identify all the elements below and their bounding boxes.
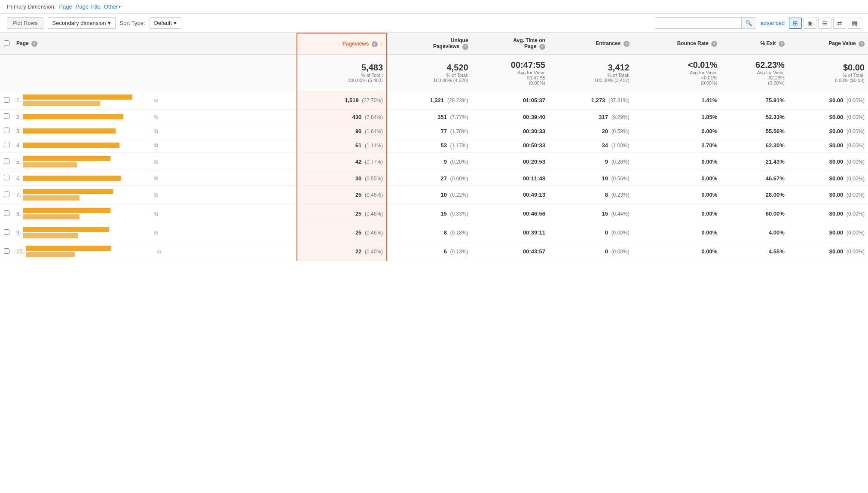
row-checkbox[interactable] <box>4 248 9 254</box>
row-checkbox-cell[interactable] <box>0 124 13 138</box>
view-list-button[interactable]: ☰ <box>818 18 831 29</box>
pageviews-column-header[interactable]: Pageviews ? ↓ <box>297 33 387 55</box>
bounce-rate-cell: 0.00% <box>633 204 721 223</box>
row-checkbox[interactable] <box>4 210 9 216</box>
row-checkbox[interactable] <box>4 97 9 103</box>
select-all-checkbox[interactable] <box>4 40 9 46</box>
sort-type-chevron-icon: ▾ <box>174 20 177 26</box>
view-bars-button[interactable]: ▦ <box>848 18 861 29</box>
entrances-pct: (37.31%) <box>608 97 630 103</box>
row-number: 8. <box>16 210 21 217</box>
pct-exit-value: 60.00% <box>766 210 785 217</box>
copy-icon[interactable]: ⧉ <box>154 142 158 148</box>
row-checkbox-cell[interactable] <box>0 138 13 152</box>
table-row: 7. ⧉ 25 (0.46%) 10 (0.22%) 00:49:13 8 (0… <box>0 186 868 204</box>
page-bar-top <box>23 156 110 161</box>
row-checkbox[interactable] <box>4 113 9 119</box>
pageviews-cell: 430 (7.84%) <box>297 110 387 124</box>
table-row: 9. ⧉ 25 (0.46%) 8 (0.18%) 00:39:11 0 (0.… <box>0 223 868 242</box>
row-number: 5. <box>16 158 21 165</box>
pageviews-help-icon[interactable]: ? <box>372 41 378 47</box>
row-checkbox-cell[interactable] <box>0 204 13 223</box>
row-checkbox-cell[interactable] <box>0 171 13 186</box>
page-value-value: $0.00 <box>829 142 844 149</box>
pct-exit-cell: 60.00% <box>721 204 788 223</box>
avg-time-cell: 00:30:33 <box>472 124 549 138</box>
row-checkbox-cell[interactable] <box>0 186 13 204</box>
unique-pageviews-cell: 351 (7.77%) <box>387 110 472 124</box>
row-checkbox-cell[interactable] <box>0 242 13 261</box>
unique-pageviews-pct: (0.20%) <box>450 159 468 165</box>
copy-icon[interactable]: ⧉ <box>154 230 158 236</box>
row-checkbox[interactable] <box>4 142 9 147</box>
table-row: 10. ⧉ 22 (0.40%) 6 (0.13%) 00:43:57 0 (0… <box>0 242 868 261</box>
bounce-rate-cell: 1.85% <box>633 110 721 124</box>
pageviews-cell: 25 (0.46%) <box>297 204 387 223</box>
sort-type-dropdown[interactable]: Default ▾ <box>150 17 181 29</box>
pct-exit-value: 4.00% <box>769 229 785 236</box>
unique-pageviews-pct: (29.23%) <box>447 97 468 103</box>
copy-icon[interactable]: ⧉ <box>154 97 158 103</box>
primary-dimension-bar: Primary Dimension: Page Page Title Other… <box>0 0 868 14</box>
row-checkbox-cell[interactable] <box>0 152 13 171</box>
entrances-value: 20 <box>602 128 608 134</box>
view-grid-button[interactable]: ⊞ <box>789 18 802 29</box>
search-input[interactable] <box>655 18 741 28</box>
dim-page-link[interactable]: Page <box>59 3 72 10</box>
dim-other-dropdown[interactable]: Other ▾ <box>104 3 121 10</box>
unique-pageviews-column-header: UniquePageviews ? <box>387 33 472 55</box>
pct-exit-help-icon[interactable]: ? <box>779 41 785 47</box>
row-checkbox[interactable] <box>4 192 9 197</box>
unique-pageviews-value: 9 <box>444 158 447 165</box>
unique-pageviews-pct: (0.60%) <box>450 176 468 182</box>
unique-pageviews-value: 6 <box>444 248 447 255</box>
row-checkbox-cell[interactable] <box>0 91 13 110</box>
page-value-pct: (0.00%) <box>847 249 865 255</box>
avg-time-cell: 00:46:56 <box>472 204 549 223</box>
page-value-cell: $0.00 (0.00%) <box>788 152 868 171</box>
page-bar-top <box>23 128 116 134</box>
plot-rows-button[interactable]: Plot Rows <box>7 17 43 29</box>
select-all-header[interactable] <box>0 33 13 55</box>
page-value-pct: (0.00%) <box>847 159 865 165</box>
copy-icon[interactable]: ⧉ <box>154 192 158 198</box>
page-value-cell: $0.00 (0.00%) <box>788 110 868 124</box>
copy-icon[interactable]: ⧉ <box>154 211 158 217</box>
dim-page-title-link[interactable]: Page Title <box>76 3 101 10</box>
view-compare-button[interactable]: ⇄ <box>833 18 846 29</box>
copy-icon[interactable]: ⧉ <box>154 114 158 120</box>
pct-exit-value: 4.55% <box>769 248 785 255</box>
unique-pageviews-pct: (0.22%) <box>450 192 468 198</box>
copy-icon[interactable]: ⧉ <box>154 128 158 134</box>
copy-icon[interactable]: ⧉ <box>154 175 158 181</box>
view-pie-button[interactable]: ◉ <box>804 18 816 29</box>
secondary-dimension-chevron-icon: ▾ <box>108 20 111 26</box>
row-checkbox[interactable] <box>4 128 9 133</box>
row-checkbox[interactable] <box>4 158 9 164</box>
page-bar-top <box>23 176 121 181</box>
secondary-dimension-dropdown[interactable]: Secondary dimension ▾ <box>48 17 116 29</box>
page-value-help-icon[interactable]: ? <box>859 41 865 47</box>
copy-icon[interactable]: ⧉ <box>154 159 158 165</box>
advanced-link[interactable]: advanced <box>761 20 785 26</box>
unique-pageviews-help-icon[interactable]: ? <box>462 44 468 50</box>
entrances-cell: 8 (0.23%) <box>549 186 633 204</box>
copy-icon[interactable]: ⧉ <box>157 249 161 255</box>
page-help-icon[interactable]: ? <box>31 41 37 47</box>
search-button[interactable]: 🔍 <box>741 18 756 28</box>
unique-pageviews-cell: 10 (0.22%) <box>387 186 472 204</box>
entrances-cell: 317 (9.29%) <box>549 110 633 124</box>
row-checkbox[interactable] <box>4 175 9 180</box>
pageviews-pct: (7.84%) <box>365 114 383 120</box>
row-checkbox-cell[interactable] <box>0 110 13 124</box>
sort-arrow-icon: ↓ <box>380 41 383 47</box>
row-checkbox[interactable] <box>4 229 9 235</box>
entrances-help-icon[interactable]: ? <box>623 41 630 47</box>
avg-time-help-icon[interactable]: ? <box>539 44 545 50</box>
row-checkbox-cell[interactable] <box>0 223 13 242</box>
table-row: 5. ⧉ 42 (0.77%) 9 (0.20%) 00:20:53 9 (0.… <box>0 152 868 171</box>
summary-pct-exit: 62.23% Avg for View:62.23%(0.00%) <box>721 55 788 91</box>
summary-unique-pageviews: 4,520 % of Total:100.00% (4,520) <box>387 55 472 91</box>
bounce-rate-help-icon[interactable]: ? <box>711 41 717 47</box>
primary-dimension-label: Primary Dimension: <box>7 3 55 10</box>
